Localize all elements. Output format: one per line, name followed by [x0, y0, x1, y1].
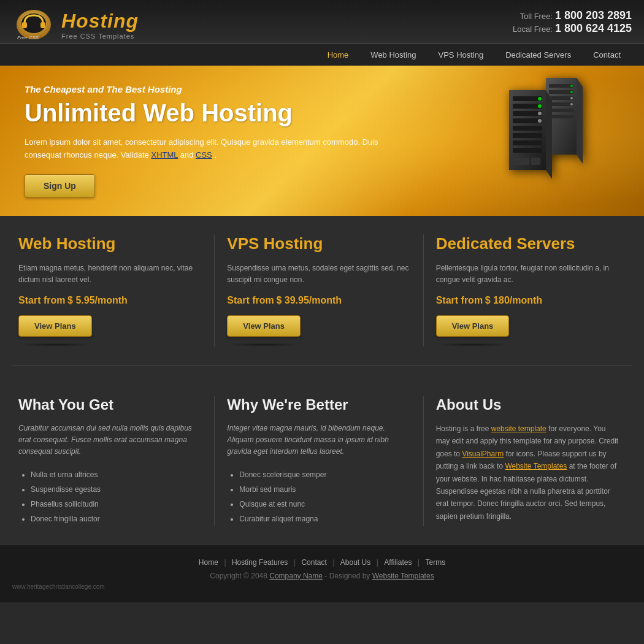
footer-divider: |: [418, 558, 421, 567]
info-row: What You Get Curabitur accumsan dui sed …: [12, 390, 632, 526]
plan-vps-hosting-desc: Suspendisse urna metus, sodales eget sag…: [227, 263, 410, 286]
svg-rect-8: [549, 84, 573, 88]
info-about-us: About Us Hosting is a free website templ…: [424, 396, 632, 526]
xhtml-link[interactable]: XHTML: [151, 150, 178, 159]
watermark-text: www.heritagechristiancollege.com: [12, 583, 105, 590]
hero-title: Unlimited Web Hosting: [25, 99, 385, 127]
svg-rect-13: [549, 115, 573, 118]
plan-dedicated-price-value: $ 180/month: [485, 295, 542, 305]
about-text-4: at the footer of your website. In hac ha…: [436, 462, 616, 521]
plans-row: Web Hosting Etiam magna metus, hendrerit…: [12, 234, 632, 366]
local-free-label: Local Free:: [513, 25, 553, 34]
plan-dedicated-servers: Dedicated Servers Pellentesque ligula to…: [424, 234, 632, 347]
svg-point-15: [570, 91, 573, 93]
hero-tagline: The Cheapest and The Best Hosting: [25, 84, 385, 94]
svg-rect-26: [513, 133, 542, 138]
about-us-title: About Us: [436, 396, 619, 413]
nav-dedicated-servers[interactable]: Dedicated Servers: [494, 44, 582, 66]
header: Free CSS Hosting Free CSS Templates Toll…: [0, 0, 644, 44]
svg-rect-10: [549, 96, 573, 100]
footer-divider: |: [224, 558, 228, 567]
website-templates-footer-link[interactable]: Website Templates: [372, 572, 434, 580]
website-template-link-1[interactable]: website template: [491, 424, 546, 433]
footer-divider: |: [377, 558, 380, 567]
list-item: Phasellus sollicitudin: [31, 497, 202, 512]
list-item: Donec fringilla auctor: [31, 512, 202, 526]
logo-title: Hosting: [61, 10, 139, 33]
logo-icon: Free CSS: [12, 6, 55, 43]
local-free-number: 1 800 624 4125: [555, 22, 632, 34]
svg-rect-21: [513, 96, 542, 101]
nav-vps-hosting[interactable]: VPS Hosting: [427, 44, 495, 66]
footer-link-hosting-features[interactable]: Hosting Features: [232, 558, 288, 567]
about-us-text: Hosting is a free website template for e…: [436, 423, 619, 523]
plan-web-hosting-price: Start from $ 5.95/month: [18, 295, 202, 306]
svg-rect-11: [549, 102, 573, 106]
view-plans-web-hosting-button[interactable]: View Plans: [18, 315, 92, 337]
footer-link-about-us[interactable]: About Us: [340, 558, 370, 567]
info-why-better: Why We're Better Integer vitae magna mau…: [215, 396, 423, 526]
toll-free-label: Toll Free:: [520, 12, 553, 21]
contact-info: Toll Free: 1 800 203 2891 Local Free: 1 …: [513, 9, 632, 40]
why-better-text: Integer vitae magna mauris, id bibendum …: [227, 423, 410, 458]
svg-rect-23: [513, 111, 542, 116]
view-plans-dedicated-button[interactable]: View Plans: [436, 315, 510, 337]
css-link[interactable]: CSS: [196, 150, 212, 159]
hero-and-text: and: [180, 150, 194, 159]
what-you-get-text: Curabitur accumsan dui sed nulla mollis …: [18, 423, 202, 458]
visual-pharm-link[interactable]: VisualPharm: [462, 450, 504, 458]
footer-divider: |: [294, 558, 297, 567]
list-item: Nulla et urna ultrices: [31, 467, 202, 482]
designed-by-text: - Designed by: [324, 572, 370, 580]
svg-rect-28: [513, 148, 542, 153]
website-templates-link[interactable]: Website Templates: [505, 462, 567, 470]
svg-rect-34: [531, 158, 540, 165]
plan-dedicated-title: Dedicated Servers: [436, 234, 619, 253]
footer-link-home[interactable]: Home: [199, 558, 218, 567]
svg-point-17: [570, 103, 573, 105]
why-better-title: Why We're Better: [227, 396, 410, 413]
footer-link-contact[interactable]: Contact: [301, 558, 326, 567]
hero-description: Lorem ipsum dolor sit amet, consectetur …: [25, 136, 385, 162]
logo-area: Free CSS Hosting Free CSS Templates: [12, 6, 139, 43]
svg-point-16: [570, 97, 573, 99]
list-item: Suspendisse egestas: [31, 482, 202, 497]
plan-web-hosting: Web Hosting Etiam magna metus, hendrerit…: [12, 234, 215, 347]
button-shadow: [18, 343, 92, 347]
about-text-1: Hosting is a free: [436, 424, 491, 433]
nav-home[interactable]: Home: [316, 44, 360, 66]
navigation: Home Web Hosting VPS Hosting Dedicated S…: [0, 44, 644, 66]
nav-web-hosting[interactable]: Web Hosting: [359, 44, 427, 66]
svg-rect-24: [513, 118, 542, 123]
svg-point-31: [538, 112, 542, 115]
svg-rect-9: [549, 90, 573, 94]
what-you-get-list: Nulla et urna ultrices Suspendisse egest…: [18, 467, 202, 526]
button-shadow: [436, 343, 510, 347]
plan-vps-hosting-title: VPS Hosting: [227, 234, 410, 253]
svg-marker-6: [577, 78, 583, 164]
signup-button[interactable]: Sign Up: [25, 174, 95, 197]
toll-free-number: 1 800 203 2891: [555, 9, 632, 21]
svg-marker-19: [546, 90, 552, 179]
logo-text-area: Hosting Free CSS Templates: [61, 10, 139, 40]
svg-point-29: [538, 97, 542, 101]
svg-rect-33: [514, 158, 529, 165]
svg-point-14: [570, 85, 573, 87]
copyright-text: Copyright © 2048: [210, 572, 267, 580]
plan-web-hosting-price-label: Start from: [18, 295, 65, 305]
list-item: Curabitur aliquet magna: [239, 512, 410, 526]
plan-web-hosting-price-value: $ 5.95/month: [67, 295, 128, 305]
watermark: www.heritagechristiancollege.com: [12, 583, 632, 590]
svg-rect-27: [513, 140, 542, 145]
plan-dedicated-price-label: Start from: [436, 295, 483, 305]
plan-dedicated-price: Start from $ 180/month: [436, 295, 619, 306]
server-illustration: [491, 72, 626, 196]
nav-contact[interactable]: Contact: [582, 44, 632, 66]
svg-rect-25: [513, 126, 542, 131]
hero-period: .: [214, 150, 217, 159]
footer-link-terms[interactable]: Terms: [425, 558, 445, 567]
company-name-link[interactable]: Company Name: [269, 572, 323, 580]
view-plans-vps-button[interactable]: View Plans: [227, 315, 301, 337]
list-item: Morbi sed mauris: [239, 482, 410, 497]
footer-link-affiliates[interactable]: Affiliates: [384, 558, 412, 567]
